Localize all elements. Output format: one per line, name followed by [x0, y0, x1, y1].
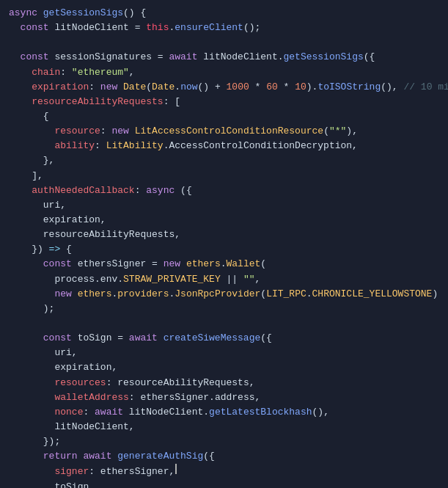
code-line-9: resource: new LitAccessControlConditionR…	[0, 124, 448, 139]
token-dot1: .	[169, 21, 175, 35]
code-line-19: process.env.STRAW_PRIVATE_KEY || "",	[0, 272, 448, 287]
code-line-1: async getSessionSigs() {	[0, 6, 448, 21]
code-line-26: resources: resourceAbilityRequests,	[0, 376, 448, 390]
code-line-10: ability: LitAbility.AccessControlConditi…	[0, 139, 448, 153]
code-line-17: }) => {	[0, 242, 448, 257]
code-line-11: },	[0, 153, 448, 168]
code-line-2: const litNodeClient = this.ensureClient(…	[0, 21, 448, 35]
code-line-20: new ethers.providers.JsonRpcProvider(LIT…	[0, 287, 448, 302]
code-line-4: const sessionSignatures = await litNodeC…	[0, 50, 448, 65]
code-line-28: nonce: await litNodeClient.getLatestBloc…	[0, 405, 448, 420]
code-line-29: litNodeClient,	[0, 420, 448, 434]
code-line-15: expiration,	[0, 213, 448, 227]
code-line-31: return await generateAuthSig({	[0, 449, 448, 464]
code-editor: async getSessionSigs() { const litNodeCl…	[0, 0, 448, 488]
code-line-6: expiration: new Date(Date.now() + 1000 *…	[0, 80, 448, 95]
token-this: this	[146, 21, 169, 35]
code-line-24: uri,	[0, 346, 448, 360]
token-ensureclient: ensureClient	[175, 21, 243, 35]
code-line-33: toSign,	[0, 480, 448, 489]
token-eq: =	[135, 21, 147, 35]
token-var: litNodeClient	[54, 21, 134, 35]
token-paren: () {	[123, 6, 146, 21]
code-line-14: uri,	[0, 198, 448, 213]
code-line-23: const toSign = await createSiweMessage({	[0, 331, 448, 346]
token-async: async	[9, 6, 43, 21]
code-line-32: signer: ethersSigner,	[0, 464, 448, 479]
code-line-25: expiration,	[0, 360, 448, 375]
code-line-21: );	[0, 302, 448, 316]
code-line-27: walletAddress: ethersSigner.address,	[0, 390, 448, 405]
code-line-16: resourceAbilityRequests,	[0, 227, 448, 242]
code-line-12: ],	[0, 169, 448, 183]
token-indent	[9, 21, 21, 35]
token-fn-name: getSessionSigs	[43, 6, 123, 21]
code-line-7: resourceAbilityRequests: [	[0, 95, 448, 109]
code-line-8: {	[0, 109, 448, 124]
code-line-18: const ethersSigner = new ethers.Wallet(	[0, 257, 448, 272]
code-line-3	[0, 35, 448, 50]
code-line-5: chain: "ethereum",	[0, 65, 448, 80]
code-line-22	[0, 316, 448, 331]
code-line-13: authNeededCallback: async ({	[0, 183, 448, 198]
text-cursor	[175, 464, 177, 474]
code-line-30: });	[0, 434, 448, 449]
token-const: const	[21, 21, 55, 35]
token-parens: ();	[243, 21, 260, 35]
